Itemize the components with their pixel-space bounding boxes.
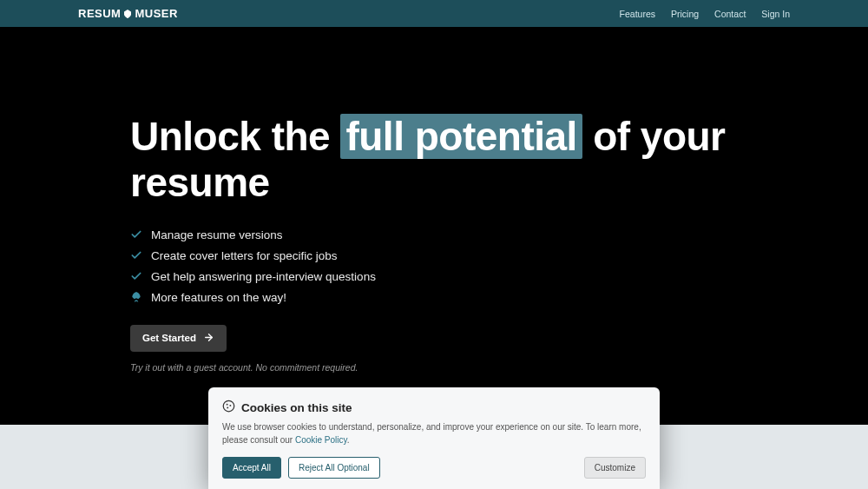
cookie-body: We use browser cookies to understand, pe…	[222, 421, 646, 446]
nav-contact[interactable]: Contact	[714, 9, 746, 19]
check-icon	[130, 270, 142, 282]
arrow-right-icon	[203, 332, 214, 345]
rocket-icon	[130, 291, 142, 303]
feature-label: Create cover letters for specific jobs	[151, 249, 338, 262]
cookie-icon	[222, 400, 235, 415]
get-started-label: Get Started	[142, 333, 196, 343]
feature-label: Get help answering pre-interview questio…	[151, 270, 376, 283]
feature-list: Manage resume versions Create cover lett…	[130, 228, 738, 304]
check-icon	[130, 228, 142, 241]
cookie-actions: Accept All Reject All Optional Customize	[222, 457, 646, 479]
check-icon	[130, 249, 142, 261]
logo-text-left: RESUM	[78, 7, 121, 20]
svg-point-8	[229, 405, 231, 406]
feature-item: Create cover letters for specific jobs	[130, 249, 738, 262]
svg-point-7	[227, 404, 228, 406]
feature-item: Manage resume versions	[130, 228, 738, 241]
customize-button[interactable]: Customize	[584, 457, 646, 479]
hero-subnote: Try it out with a guest account. No comm…	[130, 362, 738, 373]
hero-section: Unlock the full potential of your resume…	[0, 27, 868, 425]
reject-optional-button[interactable]: Reject All Optional	[288, 457, 380, 479]
cookie-header: Cookies on this site	[222, 400, 646, 415]
logo[interactable]: RESUM MUSER	[78, 7, 178, 20]
svg-point-9	[227, 406, 228, 408]
cta-row: Get Started	[130, 325, 738, 352]
svg-point-6	[223, 400, 234, 412]
nav-features[interactable]: Features	[620, 9, 655, 19]
accept-all-button[interactable]: Accept All	[222, 457, 281, 479]
hero-title: Unlock the full potential of your resume	[130, 114, 738, 206]
get-started-button[interactable]: Get Started	[130, 325, 227, 352]
feature-label: Manage resume versions	[151, 228, 283, 241]
feature-item: Get help answering pre-interview questio…	[130, 270, 738, 283]
hero-title-highlight: full potential	[340, 114, 582, 159]
top-navbar: RESUM MUSER Features Pricing Contact Sig…	[0, 0, 868, 27]
cookie-body-pre: We use browser cookies to understand, pe…	[222, 422, 641, 445]
feature-label: More features on the way!	[151, 291, 286, 304]
feature-item: More features on the way!	[130, 291, 738, 304]
nav-signin[interactable]: Sign In	[761, 9, 790, 19]
logo-mark-icon	[122, 9, 133, 19]
cookie-body-post: .	[347, 435, 350, 445]
cookie-policy-link[interactable]: Cookie Policy	[295, 435, 347, 445]
cookie-consent-modal: Cookies on this site We use browser cook…	[208, 387, 660, 489]
hero-title-pre: Unlock the	[130, 114, 340, 159]
logo-text-right: MUSER	[135, 7, 177, 20]
nav-pricing[interactable]: Pricing	[671, 9, 699, 19]
cookie-title: Cookies on this site	[241, 401, 352, 414]
nav-links: Features Pricing Contact Sign In	[620, 9, 790, 19]
